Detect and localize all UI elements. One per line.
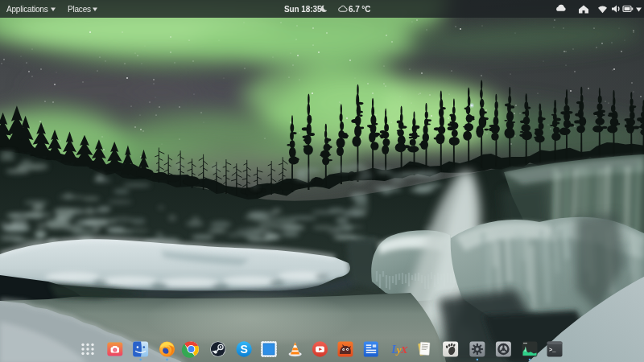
svg-text:>_: >_ xyxy=(549,347,556,353)
svg-text:Applications: Applications xyxy=(6,5,48,14)
svg-text:6.7 °C: 6.7 °C xyxy=(349,5,370,14)
svg-text:X: X xyxy=(400,343,408,356)
svg-text:S: S xyxy=(240,343,247,356)
svg-text:Places: Places xyxy=(68,5,91,14)
svg-text:Sun 18:35: Sun 18:35 xyxy=(284,5,322,14)
